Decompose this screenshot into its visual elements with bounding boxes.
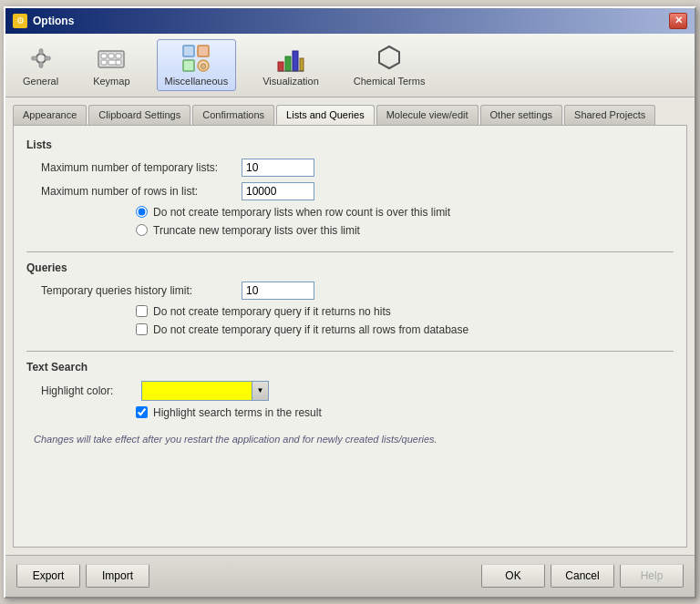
svg-rect-13 <box>198 46 209 56</box>
toolbar-general[interactable]: General <box>15 39 67 91</box>
tabs-bar: Appearance Clipboard Settings Confirmati… <box>13 105 687 125</box>
all-rows-checkbox[interactable] <box>136 323 148 335</box>
section-separator-2 <box>26 351 674 352</box>
svg-rect-20 <box>300 58 304 71</box>
toolbar-chemical-terms[interactable]: Chemical Terms <box>345 39 434 91</box>
svg-marker-22 <box>379 46 399 68</box>
all-rows-row: Do not create temporary query if it retu… <box>26 323 674 336</box>
chemical-terms-icon <box>375 44 404 73</box>
svg-rect-1 <box>39 49 43 55</box>
color-swatch <box>142 382 252 400</box>
toolbar-miscellaneous-label: Miscellaneous <box>165 76 229 87</box>
highlight-color-row: Highlight color: ▼ <box>26 381 674 401</box>
radio-no-create[interactable] <box>136 206 148 218</box>
svg-rect-8 <box>116 54 121 58</box>
svg-point-0 <box>36 54 46 63</box>
svg-rect-2 <box>39 62 43 67</box>
tab-content: Lists Maximum number of temporary lists:… <box>13 125 687 548</box>
import-button[interactable]: Import <box>86 564 149 588</box>
cancel-button[interactable]: Cancel <box>551 564 614 588</box>
all-rows-label: Do not create temporary query if it retu… <box>153 323 468 336</box>
color-dropdown-button[interactable]: ▼ <box>252 382 268 400</box>
lists-section: Lists Maximum number of temporary lists:… <box>26 138 674 237</box>
svg-rect-9 <box>101 60 107 65</box>
svg-rect-19 <box>293 51 298 71</box>
ok-button[interactable]: OK <box>481 564 545 588</box>
radio-truncate-row: Truncate new temporary lists over this l… <box>26 224 674 237</box>
svg-rect-11 <box>116 60 121 65</box>
footer-right: OK Cancel Help <box>481 564 684 588</box>
options-window: ⚙ Options ✕ General <box>4 6 696 599</box>
history-limit-label: Temporary queries history limit: <box>41 284 242 297</box>
title-bar: ⚙ Options ✕ <box>5 8 695 34</box>
svg-rect-12 <box>183 46 194 56</box>
toolbar-keymap-label: Keymap <box>93 76 129 87</box>
footer-left: Export Import <box>16 564 149 588</box>
toolbar-chemical-terms-label: Chemical Terms <box>354 76 426 87</box>
highlight-color-label: Highlight color: <box>41 384 141 397</box>
tab-appearance[interactable]: Appearance <box>13 105 87 125</box>
tab-clipboard-settings[interactable]: Clipboard Settings <box>88 105 190 125</box>
svg-rect-17 <box>278 62 283 71</box>
no-hits-checkbox[interactable] <box>136 305 148 317</box>
svg-rect-4 <box>45 56 50 60</box>
toolbar-visualization-label: Visualization <box>262 76 319 87</box>
history-limit-row: Temporary queries history limit: <box>26 282 674 300</box>
visualization-icon <box>276 44 305 73</box>
miscellaneous-icon: ⚙ <box>181 44 211 73</box>
svg-rect-7 <box>108 54 114 58</box>
max-temp-lists-row: Maximum number of temporary lists: <box>26 159 674 177</box>
queries-section: Queries Temporary queries history limit:… <box>26 261 674 336</box>
help-button[interactable]: Help <box>620 564 684 588</box>
max-rows-label: Maximum number of rows in list: <box>41 185 242 198</box>
tab-lists-and-queries[interactable]: Lists and Queries <box>276 105 375 125</box>
max-temp-lists-input[interactable] <box>242 159 314 177</box>
close-button[interactable]: ✕ <box>669 13 687 29</box>
radio-truncate[interactable] <box>136 224 148 236</box>
max-temp-lists-label: Maximum number of temporary lists: <box>41 161 242 174</box>
text-search-section: Text Search Highlight color: ▼ Highlight… <box>26 361 674 419</box>
history-limit-input[interactable] <box>242 282 314 300</box>
svg-rect-18 <box>285 56 291 71</box>
highlight-search-terms-row: Highlight search terms in the result <box>26 406 674 419</box>
max-rows-row: Maximum number of rows in list: <box>26 182 674 200</box>
tab-confirmations[interactable]: Confirmations <box>192 105 274 125</box>
general-icon <box>26 44 56 73</box>
queries-section-title: Queries <box>26 261 674 274</box>
svg-rect-3 <box>32 56 37 60</box>
radio-no-create-label: Do not create temporary lists when row c… <box>153 206 450 219</box>
svg-rect-6 <box>101 54 107 58</box>
tab-molecule-view-edit[interactable]: Molecule view/edit <box>376 105 479 125</box>
radio-no-create-row: Do not create temporary lists when row c… <box>26 206 674 219</box>
toolbar-visualization[interactable]: Visualization <box>254 39 327 91</box>
toolbar-miscellaneous[interactable]: ⚙ Miscellaneous <box>157 39 237 91</box>
toolbar-general-label: General <box>23 76 58 87</box>
no-hits-label: Do not create temporary query if it retu… <box>153 305 391 318</box>
radio-truncate-label: Truncate new temporary lists over this l… <box>153 224 360 237</box>
max-rows-input[interactable] <box>242 182 314 200</box>
window-title: Options <box>33 15 74 27</box>
tab-shared-projects[interactable]: Shared Projects <box>564 105 655 125</box>
text-search-section-title: Text Search <box>26 361 674 374</box>
no-hits-row: Do not create temporary query if it retu… <box>26 305 674 318</box>
color-picker[interactable]: ▼ <box>141 381 269 401</box>
lists-section-title: Lists <box>26 138 674 151</box>
keymap-icon <box>97 44 126 73</box>
svg-text:⚙: ⚙ <box>200 62 207 71</box>
svg-rect-14 <box>183 60 194 71</box>
export-button[interactable]: Export <box>16 564 80 588</box>
footer: Export Import OK Cancel Help <box>5 555 695 597</box>
note-text: Changes will take effect after you resta… <box>26 434 674 445</box>
title-bar-left: ⚙ Options <box>13 14 74 28</box>
toolbar: General Keymap <box>5 34 695 97</box>
content-area: Appearance Clipboard Settings Confirmati… <box>5 97 695 555</box>
toolbar-keymap[interactable]: Keymap <box>85 39 138 91</box>
highlight-search-terms-label: Highlight search terms in the result <box>153 406 322 419</box>
highlight-search-terms-checkbox[interactable] <box>136 406 148 418</box>
section-separator-1 <box>26 251 674 252</box>
window-icon: ⚙ <box>13 14 27 28</box>
tab-other-settings[interactable]: Other settings <box>480 105 562 125</box>
